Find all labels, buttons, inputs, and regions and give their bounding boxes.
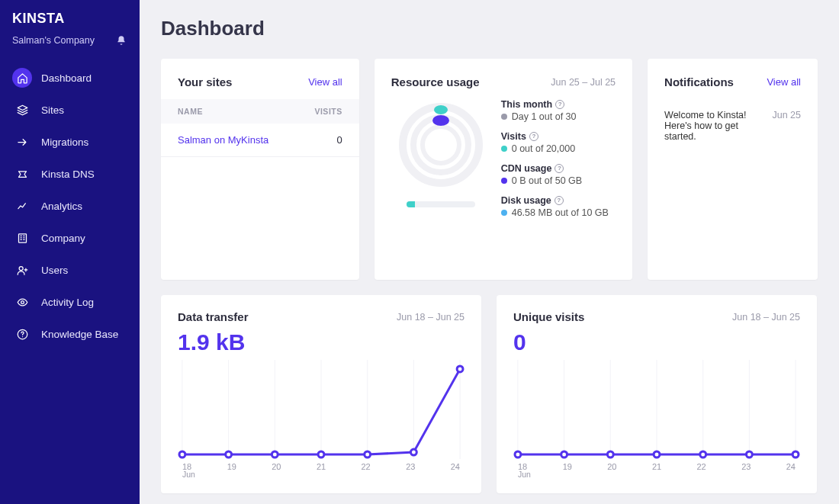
transfer-title: Data transfer [178, 310, 249, 323]
svg-point-17 [226, 451, 232, 457]
sidebar-item-label: Company [41, 233, 85, 244]
x-tick: 21 [652, 462, 661, 471]
x-tick: 22 [362, 462, 371, 471]
notification-text: Welcome to Kinsta! Here's how to get sta… [664, 110, 766, 142]
svg-point-19 [318, 451, 324, 457]
sidebar-item-knowledge-base[interactable]: Knowledge Base [0, 318, 140, 350]
eye-icon [16, 296, 28, 308]
dot-icon [501, 178, 507, 184]
x-tick: 24 [451, 462, 460, 471]
building-icon [16, 232, 28, 244]
chart-icon [16, 200, 28, 212]
x-tick: 19 [227, 462, 236, 471]
your-sites-card: Your sites View all NAME VISITS Salman o… [161, 59, 359, 280]
x-tick: 24 [786, 462, 796, 471]
sidebar-item-label: Users [41, 265, 68, 276]
help-icon [16, 328, 28, 340]
svg-point-33 [654, 451, 660, 457]
sidebar-item-users[interactable]: Users [0, 254, 140, 286]
sidebar: KINSTA Salman's Company DashboardSitesMi… [0, 0, 140, 504]
svg-point-22 [457, 366, 463, 372]
your-sites-title: Your sites [178, 75, 232, 88]
nav-list: DashboardSitesMigrationsKinsta DNSAnalyt… [0, 62, 140, 350]
home-icon [16, 72, 28, 84]
sidebar-item-kinsta-dns[interactable]: Kinsta DNS [0, 158, 140, 190]
resource-donut [391, 99, 490, 218]
sidebar-item-activity-log[interactable]: Activity Log [0, 286, 140, 318]
help-icon[interactable]: ? [555, 164, 564, 173]
svg-point-16 [179, 451, 185, 457]
svg-point-31 [561, 451, 567, 457]
sidebar-item-label: Migrations [41, 136, 88, 148]
sidebar-item-label: Dashboard [41, 72, 92, 84]
transfer-daterange: Jun 18 – Jun 25 [397, 312, 465, 323]
bell-icon[interactable] [115, 34, 127, 47]
svg-point-1 [19, 266, 23, 270]
sites-col-name: NAME [178, 107, 203, 116]
sidebar-item-dashboard[interactable]: Dashboard [0, 62, 140, 94]
site-link[interactable]: Salman on MyKinsta [178, 134, 268, 146]
dot-icon [501, 114, 507, 120]
svg-point-36 [792, 451, 799, 457]
help-icon[interactable]: ? [555, 100, 564, 109]
sidebar-item-migrations[interactable]: Migrations [0, 126, 140, 158]
sidebar-item-company[interactable]: Company [0, 222, 140, 254]
x-tick: 20 [607, 462, 616, 471]
stat-disk: Disk usage? 46.58 MB out of 10 GB [501, 195, 616, 218]
company-name[interactable]: Salman's Company [12, 35, 95, 46]
svg-point-7 [434, 105, 448, 114]
svg-point-6 [423, 127, 459, 163]
sites-col-visits: VISITS [314, 107, 342, 116]
x-tick: 19 [563, 462, 572, 471]
sidebar-item-sites[interactable]: Sites [0, 94, 140, 126]
sidebar-item-analytics[interactable]: Analytics [0, 190, 140, 222]
notifications-title: Notifications [664, 75, 734, 88]
svg-point-34 [700, 451, 706, 457]
notification-date: Jun 25 [772, 110, 801, 142]
help-icon[interactable]: ? [555, 196, 564, 205]
migrate-icon [16, 136, 28, 148]
page-title: Dashboard [161, 17, 818, 40]
visits-metric: 0 [513, 329, 800, 355]
dns-icon [16, 168, 28, 180]
your-sites-view-all-link[interactable]: View all [308, 76, 342, 88]
dot-icon [501, 210, 507, 216]
help-icon[interactable]: ? [529, 132, 538, 141]
x-tick: 22 [697, 462, 706, 471]
stat-this-month: This month? Day 1 out of 30 [501, 99, 616, 122]
svg-point-18 [272, 451, 278, 457]
svg-point-8 [432, 115, 449, 126]
sidebar-item-label: Kinsta DNS [41, 169, 95, 180]
stat-cdn: CDN usage? 0 B out of 50 GB [501, 163, 616, 186]
sites-table-header: NAME VISITS [161, 99, 359, 124]
x-tick: 21 [317, 462, 326, 471]
resource-usage-card: Resource usage Jun 25 – Jul 25 [374, 59, 632, 280]
sidebar-item-label: Activity Log [41, 297, 94, 308]
transfer-metric: 1.9 kB [178, 329, 465, 355]
layers-icon [16, 104, 28, 116]
data-transfer-card: Data transfer Jun 18 – Jun 25 1.9 kB 181… [161, 295, 481, 493]
brand-logo: KINSTA [0, 11, 140, 30]
notification-item[interactable]: Welcome to Kinsta! Here's how to get sta… [664, 110, 801, 142]
dot-icon [501, 146, 507, 152]
svg-point-2 [21, 300, 24, 303]
notifications-view-all-link[interactable]: View all [767, 76, 801, 88]
svg-point-35 [746, 451, 752, 457]
svg-rect-0 [18, 233, 26, 242]
x-tick: 23 [741, 462, 751, 471]
notifications-card: Notifications View all Welcome to Kinsta… [648, 59, 818, 280]
user-plus-icon [16, 264, 28, 276]
stat-visits: Visits? 0 out of 20,000 [501, 131, 616, 154]
svg-point-32 [607, 451, 613, 457]
svg-point-20 [365, 451, 371, 457]
visits-daterange: Jun 18 – Jun 25 [732, 312, 800, 323]
x-tick: 23 [406, 462, 415, 471]
sidebar-item-label: Knowledge Base [41, 329, 118, 340]
resource-daterange: Jun 25 – Jul 25 [551, 77, 616, 88]
unique-visits-card: Unique visits Jun 18 – Jun 25 0 18192021… [497, 295, 817, 493]
company-row: Salman's Company [0, 30, 140, 62]
main-content: Dashboard Your sites View all NAME VISIT… [140, 0, 839, 504]
transfer-chart [178, 360, 465, 459]
svg-point-30 [515, 451, 521, 457]
sidebar-item-label: Sites [41, 104, 64, 116]
